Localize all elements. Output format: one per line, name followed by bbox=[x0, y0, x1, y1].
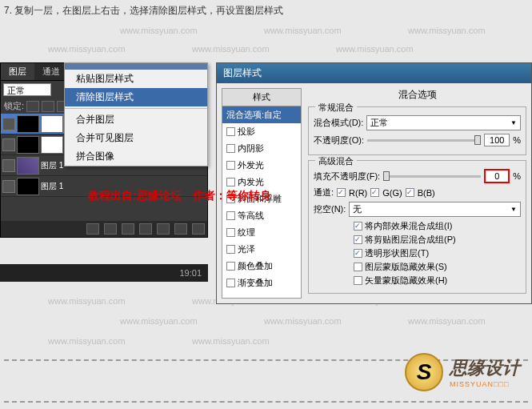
checkbox[interactable] bbox=[354, 235, 362, 244]
advanced-blend-group: 高级混合 填充不透明度(F): 0 % 通道: R(R) G(G) B(B) 挖… bbox=[308, 160, 526, 294]
checkbox[interactable] bbox=[226, 279, 235, 287]
layer-thumb[interactable] bbox=[17, 115, 39, 133]
ctx-paste-style[interactable]: 粘贴图层样式 bbox=[65, 70, 207, 88]
percent-label: % bbox=[513, 135, 521, 145]
watermark: www.missyuan.com bbox=[120, 316, 198, 326]
style-outer-glow[interactable]: 外发光 bbox=[222, 157, 301, 174]
instruction-text: 7. 复制一层，在图层上右击，选择清除图层样式，再设置图层样式 bbox=[4, 4, 283, 18]
adv-check-label: 将内部效果混合成组(I) bbox=[365, 220, 452, 232]
watermark: www.missyuan.com bbox=[264, 26, 342, 35]
watermark: www.missyuan.com bbox=[48, 336, 126, 346]
folder-icon[interactable] bbox=[157, 223, 170, 235]
style-blend-options[interactable]: 混合选项:自定 bbox=[222, 106, 301, 123]
watermark: www.missyuan.com bbox=[408, 316, 486, 326]
style-inner-glow[interactable]: 内发光 bbox=[222, 174, 301, 190]
checkbox[interactable] bbox=[226, 245, 235, 254]
knockout-label: 挖空(N): bbox=[314, 203, 346, 215]
blend-mode-label: 混合模式(D): bbox=[314, 117, 363, 129]
watermark: www.missyuan.com bbox=[48, 296, 126, 306]
channel-g-checkbox[interactable] bbox=[370, 188, 379, 197]
adv-check-label: 透明形状图层(T) bbox=[365, 247, 429, 259]
group-label: 高级混合 bbox=[315, 155, 357, 167]
visibility-icon[interactable] bbox=[2, 138, 15, 151]
checkbox[interactable] bbox=[226, 228, 235, 237]
group-label: 常规混合 bbox=[315, 102, 357, 114]
checkbox[interactable] bbox=[354, 263, 362, 271]
divider bbox=[4, 401, 528, 403]
opacity-label: 不透明度(O): bbox=[314, 134, 364, 146]
watermark: www.missyuan.com bbox=[120, 26, 198, 35]
ctx-merge-visible[interactable]: 合并可见图层 bbox=[65, 129, 207, 147]
opacity-slider[interactable] bbox=[367, 139, 481, 142]
watermark: www.missyuan.com bbox=[192, 44, 270, 54]
channel-r-checkbox[interactable] bbox=[337, 188, 346, 197]
checkbox[interactable] bbox=[226, 161, 235, 170]
options-panel: 混合选项 常规混合 混合模式(D): 正常▼ 不透明度(O): 100 % 高级… bbox=[308, 88, 526, 299]
logo-area: S 思缘设计 MISSYUAN□□□ bbox=[405, 353, 520, 391]
visibility-icon[interactable] bbox=[2, 118, 15, 130]
fill-opacity-value[interactable]: 0 bbox=[484, 169, 510, 183]
taskbar: 19:01 bbox=[0, 264, 208, 282]
style-contour[interactable]: 等高线 bbox=[222, 207, 301, 224]
lock-paint-icon[interactable] bbox=[42, 101, 54, 112]
watermark: www.missyuan.com bbox=[192, 336, 270, 346]
style-inner-shadow[interactable]: 内阴影 bbox=[222, 140, 301, 157]
context-menu: 粘贴图层样式 清除图层样式 合并图层 合并可见图层 拼合图像 bbox=[64, 62, 208, 166]
style-drop-shadow[interactable]: 投影 bbox=[222, 123, 301, 140]
logo-sub-text: MISSYUAN□□□ bbox=[450, 380, 520, 388]
style-gradient-overlay[interactable]: 渐变叠加 bbox=[222, 275, 301, 291]
layer-thumb[interactable] bbox=[17, 136, 39, 154]
checkbox[interactable] bbox=[226, 127, 235, 136]
logo-icon: S bbox=[405, 353, 443, 391]
checkbox[interactable] bbox=[226, 262, 235, 271]
fx-icon[interactable] bbox=[104, 223, 117, 235]
normal-blend-group: 常规混合 混合模式(D): 正常▼ 不透明度(O): 100 % bbox=[308, 106, 526, 155]
layer-thumb[interactable] bbox=[17, 157, 39, 174]
ctx-flatten[interactable]: 拼合图像 bbox=[65, 147, 207, 166]
layer-thumb[interactable] bbox=[17, 178, 39, 195]
checkbox[interactable] bbox=[354, 249, 362, 258]
channel-b-checkbox[interactable] bbox=[406, 188, 414, 197]
adjustment-icon[interactable] bbox=[139, 223, 152, 235]
adv-check-label: 图层蒙版隐藏效果(S) bbox=[365, 261, 447, 273]
ctx-clear-style[interactable]: 清除图层样式 bbox=[65, 88, 207, 106]
opacity-value[interactable]: 100 bbox=[484, 134, 510, 146]
link-icon[interactable] bbox=[86, 223, 99, 235]
mask-icon[interactable] bbox=[122, 223, 134, 235]
logo-main-text: 思缘设计 bbox=[450, 356, 520, 380]
taskbar-time: 19:01 bbox=[179, 268, 202, 278]
checkbox[interactable] bbox=[354, 222, 362, 231]
layer-mask[interactable] bbox=[41, 115, 63, 133]
checkbox[interactable] bbox=[226, 211, 235, 220]
visibility-icon[interactable] bbox=[2, 159, 15, 172]
credit-text: 教程出自:思缘论坛 作者：等你转身 bbox=[88, 189, 271, 203]
trash-icon[interactable] bbox=[192, 223, 205, 235]
blend-mode-dropdown[interactable]: 正常▼ bbox=[366, 115, 521, 130]
lock-transparent-icon[interactable] bbox=[26, 101, 39, 112]
style-texture[interactable]: 纹理 bbox=[222, 224, 301, 241]
watermark: www.missyuan.com bbox=[336, 44, 414, 54]
layer-mask[interactable] bbox=[41, 136, 63, 154]
style-satin[interactable]: 光泽 bbox=[222, 241, 301, 258]
layer-name: 图层 1 bbox=[41, 160, 63, 171]
layer-style-dialog: 图层样式 样式 混合选项:自定 投影 内阴影 外发光 内发光 斜面和浮雕 等高线… bbox=[216, 62, 532, 304]
tab-layers[interactable]: 图层 bbox=[1, 63, 34, 80]
knockout-dropdown[interactable]: 无▼ bbox=[349, 202, 521, 217]
style-color-overlay[interactable]: 颜色叠加 bbox=[222, 258, 301, 275]
watermark: www.missyuan.com bbox=[408, 26, 486, 35]
new-layer-icon[interactable] bbox=[174, 223, 187, 235]
watermark: www.missyuan.com bbox=[264, 316, 342, 326]
checkbox[interactable] bbox=[226, 144, 235, 153]
adv-check-label: 矢量蒙版隐藏效果(H) bbox=[365, 275, 447, 287]
options-title: 混合选项 bbox=[308, 88, 526, 102]
checkbox[interactable] bbox=[354, 276, 362, 285]
tab-channels[interactable]: 通道 bbox=[34, 63, 68, 80]
ctx-merge-layers[interactable]: 合并图层 bbox=[65, 110, 207, 129]
visibility-icon[interactable] bbox=[2, 180, 15, 193]
checkbox[interactable] bbox=[226, 178, 235, 186]
lock-label: 锁定: bbox=[4, 100, 24, 112]
blend-mode-select[interactable]: 正常 bbox=[3, 83, 51, 96]
dialog-title: 图层样式 bbox=[217, 63, 531, 83]
layer-name: 图层 1 bbox=[41, 181, 63, 192]
fill-opacity-slider[interactable] bbox=[383, 175, 481, 178]
